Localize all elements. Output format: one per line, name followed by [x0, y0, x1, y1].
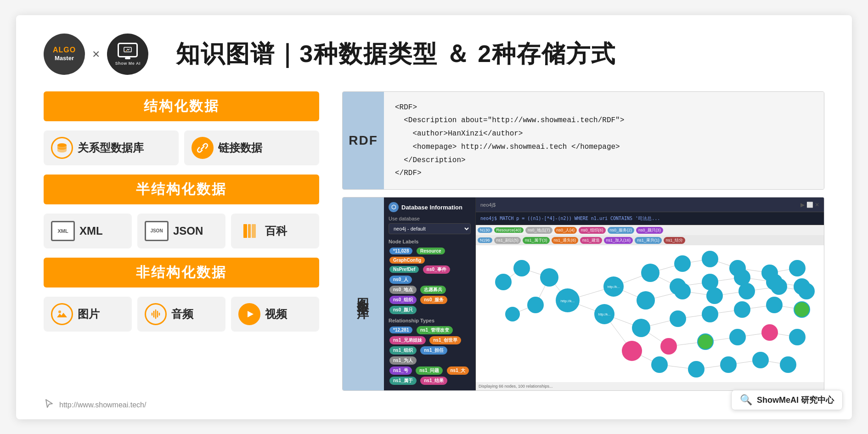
unstructured-items: 图片 音频: [44, 292, 319, 333]
neo4j-sidebar: ⬡ Database Information Use database neo4…: [384, 197, 476, 390]
algo-master-logo: ALGO Master: [44, 34, 85, 75]
col-headers: N130 Resource(40) ns0_地点(7) ns0_人(4) ns0…: [476, 225, 824, 235]
node-cyan-4: [641, 264, 659, 282]
rel-types: *12,281 ns1_管理改变 ns1_兄弟姐妹 ns1_创世早 ns1_组织…: [389, 325, 471, 386]
audio-label: 音频: [171, 307, 193, 321]
node-cyan-12: [674, 255, 691, 272]
node-cyan-11: [505, 307, 520, 321]
col-r1: ns1_副以(5): [494, 237, 521, 244]
rdf-box: RDF <RDF> <Description about="http://www…: [342, 91, 824, 190]
video-card: 视频: [231, 297, 319, 332]
svg-rect-4: [248, 224, 251, 238]
top-bar-controls: ▶ ⬜ ✕: [800, 202, 819, 208]
showme-logo: Show Me AI: [107, 34, 148, 75]
tag-role: ns0_颜只: [389, 306, 417, 314]
col-org: ns0_组织(6): [579, 227, 606, 234]
footer-url: http://www.showmeai.tech/: [59, 401, 146, 409]
audio-card: 音频: [137, 297, 225, 332]
db-select[interactable]: neo4j - default: [389, 223, 471, 234]
master-text: Master: [55, 55, 74, 62]
graph-db-label-col: 图数据库: [343, 197, 384, 390]
col-r2: ns1_属于(3): [523, 237, 550, 244]
node-cyan-35: [798, 283, 815, 299]
top-bar-label: neo4j$: [480, 202, 496, 208]
showme-text: Show Me AI: [115, 61, 141, 66]
watermark: 🔍 ShowMeAI 研究中心: [731, 390, 843, 410]
node-pink-1: [622, 341, 642, 361]
graph-right-area: neo4j$ ▶ ⬜ ✕ neo4j$ MATCH p = ((n1)-[*4]…: [476, 197, 824, 390]
neo4j-top-bar: neo4j$ ▶ ⬜ ✕: [476, 197, 824, 212]
node-cyan-19: [706, 287, 723, 304]
graph-db-box: 图数据库 ⬡ Database Information Use database…: [342, 197, 824, 391]
tag-event: ns0_事件: [423, 265, 450, 274]
relational-db-label: 关系型数据库: [78, 141, 144, 155]
tag-person: ns0_人: [389, 276, 412, 284]
xml-card: XML XML: [44, 214, 132, 248]
use-db-label: Use database: [389, 216, 471, 221]
row2-headers: N196 ns1_副以(5) ns1_属于(3) ns1_通失(6) ns1_建…: [476, 235, 824, 245]
node-cyan-9: [527, 297, 544, 313]
tag-graphconfig: GraphConfig: [389, 257, 425, 264]
watermark-text: ShowMeAI 研究中心: [757, 395, 834, 406]
col-r3: ns1_通失(6): [552, 237, 579, 244]
svg-point-6: [58, 310, 61, 313]
col-resource: Resource(40): [494, 227, 524, 233]
graph-svg: http://k... http://k... http://k...: [476, 245, 824, 390]
tag-resource: *11,028: [389, 248, 412, 254]
col-r6: ns1_果升(1): [635, 237, 662, 244]
node-cyan-10: [495, 274, 512, 290]
tag-service: ns0_服务: [420, 296, 447, 304]
graph-screenshot: ⬡ Database Information Use database neo4…: [384, 197, 824, 390]
node-pink-3: [761, 324, 778, 341]
link-icon: [192, 137, 214, 159]
structured-header: 结构化数据: [44, 91, 319, 121]
right-panel: RDF <RDF> <Description about="http://www…: [342, 91, 824, 391]
header: ALGO Master × Show Me AI 知识图谱｜3种数据类型 ＆ 2…: [44, 34, 824, 75]
status-text: Displaying 66 nodes, 100 relationships..…: [479, 384, 553, 389]
svg-rect-5: [252, 224, 256, 238]
node-label-1: http://k...: [608, 285, 620, 289]
db-title-text: Database Information: [401, 204, 462, 211]
svg-marker-12: [248, 311, 254, 317]
node-cyan-27: [729, 329, 746, 345]
tag-count2: *12,281: [389, 327, 412, 333]
node-cyan-8: [513, 260, 530, 276]
left-panel: 结构化数据 关系型数据库: [44, 91, 319, 391]
tag-created: ns1_创世早: [429, 336, 461, 344]
relational-db-card: 关系型数据库: [44, 130, 179, 165]
node-labels: *11,028 Resource GraphConfig NsPrefDef n…: [389, 246, 471, 315]
tag-age: ns1_大: [447, 366, 469, 375]
node-pink-2: [660, 338, 677, 355]
neo4j-code-bar: neo4j$ MATCH p = ((n1)-[*4]-(n2)) WHERE …: [476, 212, 824, 225]
cypher-query: neo4j$ MATCH p = ((n1)-[*4]-(n2)) WHERE …: [480, 215, 660, 222]
status-bar: Displaying 66 nodes, 100 relationships..…: [476, 382, 824, 390]
node-cyan-7: [651, 356, 668, 373]
xml-label: XML: [79, 225, 103, 237]
node-cyan-37: [789, 329, 806, 345]
encyclopedia-label: 百科: [265, 224, 287, 238]
image-card: 图片: [44, 297, 132, 332]
db-icon-circle: ⬡: [389, 202, 399, 212]
xml-icon-box: XML: [51, 221, 75, 241]
image-label: 图片: [78, 307, 100, 321]
node-cyan-6: [632, 319, 650, 337]
node-cyan-30: [771, 278, 787, 295]
tag-belong: ns1_属于: [389, 377, 417, 385]
db-title: ⬡ Database Information: [389, 202, 471, 212]
graph-viz-container: N130 Resource(40) ns0_地点(7) ns0_人(4) ns0…: [476, 225, 824, 390]
tag-org: ns0_组织: [389, 296, 417, 304]
node-green-1: [698, 334, 713, 349]
node-label-2: http://k...: [598, 313, 611, 316]
structured-items: 关系型数据库 链接数据: [44, 126, 319, 167]
monitor-icon: [118, 43, 138, 57]
unstructured-section: 非结构化数据 图片: [44, 258, 319, 333]
tag-issue: ns1_问题: [416, 366, 443, 375]
x-divider: ×: [92, 47, 100, 62]
slide: ALGO Master × Show Me AI 知识图谱｜3种数据类型 ＆ 2…: [16, 15, 852, 419]
col-r7: ns1_结分: [664, 237, 686, 244]
tag-resource2: Resource: [417, 248, 445, 254]
linked-data-card: 链接数据: [184, 130, 319, 165]
node-cyan-26: [734, 301, 750, 318]
node-cyan-5: [637, 291, 655, 310]
node-label-main: http://k...: [561, 299, 575, 303]
